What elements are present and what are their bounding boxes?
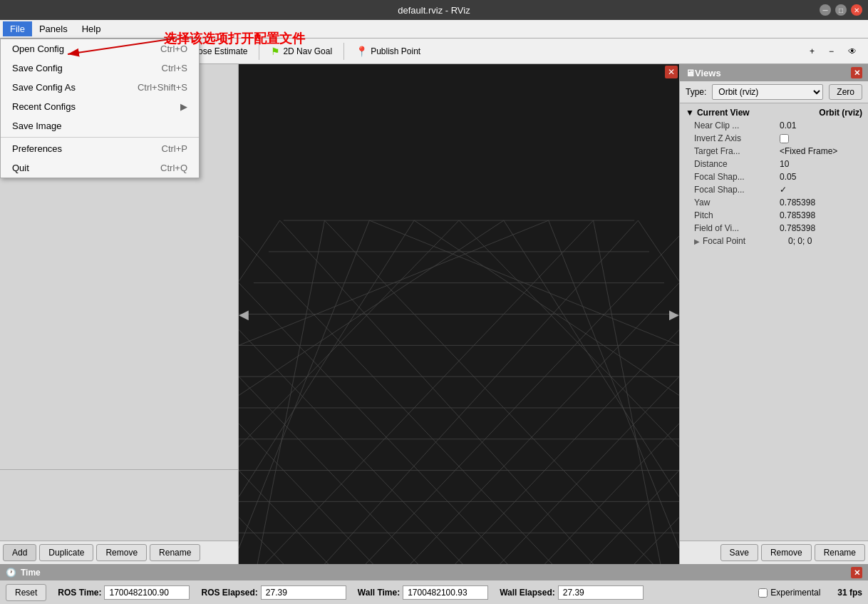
cv-row-pitch: Pitch 0.785398 <box>683 209 865 222</box>
menu-file[interactable]: File <box>3 21 32 36</box>
wall-time-label: Wall Time: <box>358 588 400 598</box>
menu-quit[interactable]: Quit Ctrl+Q <box>1 158 199 178</box>
wall-elapsed-value: 27.39 <box>558 585 644 600</box>
ros-time-value: 1700482100.90 <box>104 585 190 600</box>
cv-row-focal-shap2: Focal Shap... ✓ <box>683 183 865 196</box>
menu-preferences[interactable]: Preferences Ctrl+P <box>1 139 199 158</box>
menu-save-config[interactable]: Save Config Ctrl+S <box>1 58 199 78</box>
quit-shortcut: Ctrl+Q <box>160 163 187 173</box>
views-save-button[interactable]: Save <box>720 544 758 561</box>
views-type-label: Type: <box>686 87 706 97</box>
views-remove-button[interactable]: Remove <box>761 544 812 561</box>
rename-display-button[interactable]: Rename <box>150 544 200 561</box>
focal-shap1-value: 0.05 <box>780 172 796 182</box>
right-panel: 🖥 Views ✕ Type: Orbit (rviz) Zero ▼ Curr… <box>679 64 868 564</box>
ros-time-label: ROS Time: <box>58 588 101 598</box>
menubar: File Panels Help <box>0 20 868 39</box>
focal-shap1-label: Focal Shap... <box>694 172 780 182</box>
target-frame-label: Target Fra... <box>694 146 780 156</box>
reset-button[interactable]: Reset <box>6 584 46 601</box>
fps-display: 31 fps <box>837 588 862 598</box>
invert-z-label: Invert Z Axis <box>694 133 780 143</box>
menu-help[interactable]: Help <box>75 21 108 36</box>
cv-row-fov: Field of Vi... 0.785398 <box>683 222 865 235</box>
save-config-as-shortcut: Ctrl+Shift+S <box>138 82 187 93</box>
toolbar-nav-goal[interactable]: ⚑ 2D Nav Goal <box>265 43 338 59</box>
nav-goal-label: 2D Nav Goal <box>283 46 332 56</box>
near-clip-value: 0.01 <box>780 121 796 130</box>
toolbar-publish-point[interactable]: 📍 Publish Point <box>350 43 426 59</box>
recent-configs-arrow: ▶ <box>180 101 187 112</box>
wall-time-value: 1700482100.93 <box>403 585 488 600</box>
menu-recent-configs[interactable]: Recent Configs ▶ <box>1 97 199 116</box>
menu-open-config[interactable]: Open Config Ctrl+O <box>1 39 199 58</box>
remove-display-button[interactable]: Remove <box>96 544 147 561</box>
left-bottom-panel <box>0 469 238 541</box>
plus-icon: + <box>810 46 815 56</box>
displays-buttons: Add Duplicate Remove Rename <box>0 541 238 564</box>
minimize-button[interactable]: ─ <box>820 4 831 16</box>
toolbar-sep-3 <box>259 43 259 60</box>
cv-row-yaw: Yaw 0.785398 <box>683 196 865 209</box>
bottom-bar: 🕐 Time ✕ Reset ROS Time: 1700482100.90 R… <box>0 564 868 604</box>
toolbar-view-btn[interactable]: 👁 <box>842 44 862 58</box>
experimental-checkbox-row: Experimental <box>758 588 820 598</box>
views-close-button[interactable]: ✕ <box>851 67 862 78</box>
clock-icon: 🕐 <box>6 568 16 578</box>
open-config-label: Open Config <box>12 43 64 54</box>
viewport-nav-right[interactable]: ▶ <box>669 307 679 322</box>
restore-button[interactable]: □ <box>835 4 847 16</box>
close-button[interactable]: ✕ <box>851 4 862 16</box>
wall-elapsed-label: Wall Elapsed: <box>500 588 555 598</box>
views-rename-button[interactable]: Rename <box>815 544 865 561</box>
file-dropdown: Open Config Ctrl+O Save Config Ctrl+S Sa… <box>0 39 200 178</box>
menu-save-config-as[interactable]: Save Config As Ctrl+Shift+S <box>1 78 199 97</box>
menu-save-image[interactable]: Save Image <box>1 116 199 135</box>
toolbar-sep-4 <box>343 43 344 60</box>
time-header: 🕐 Time ✕ <box>0 565 868 580</box>
target-frame-value: <Fixed Frame> <box>780 146 837 156</box>
ros-elapsed-field: ROS Elapsed: 27.39 <box>201 585 346 600</box>
viewport-nav-left[interactable]: ◀ <box>239 307 249 322</box>
views-type-row: Type: Orbit (rviz) Zero <box>680 81 868 103</box>
cv-row-focal-point: ▶ Focal Point 0; 0; 0 <box>683 235 865 247</box>
distance-label: Distance <box>694 159 780 169</box>
minus-icon: − <box>829 46 834 56</box>
experimental-label: Experimental <box>770 588 820 598</box>
cv-row-invert-z: Invert Z Axis <box>683 132 865 145</box>
eye-icon: 👁 <box>848 46 857 56</box>
views-icon: 🖥 <box>686 68 695 78</box>
focal-point-expand[interactable]: ▶ <box>694 237 700 245</box>
ros-elapsed-label: ROS Elapsed: <box>201 588 257 598</box>
views-buttons: Save Remove Rename <box>680 541 868 564</box>
current-view-label: Current View <box>697 108 750 118</box>
publish-point-icon: 📍 <box>356 46 368 57</box>
time-close-button[interactable]: ✕ <box>851 567 862 578</box>
viewport[interactable]: ✕ ◀ ▶ <box>239 64 679 564</box>
3d-viewport-grid <box>239 64 679 564</box>
menu-separator <box>1 137 199 138</box>
toolbar-remove-btn[interactable]: − <box>823 44 839 58</box>
current-view-header: ▼ Current View Orbit (rviz) <box>683 106 865 119</box>
duplicate-display-button[interactable]: Duplicate <box>39 544 93 561</box>
current-view-section: ▼ Current View Orbit (rviz) Near Clip ..… <box>680 103 868 541</box>
quit-label: Quit <box>12 163 29 173</box>
add-display-button[interactable]: Add <box>3 544 36 561</box>
invert-z-checkbox[interactable] <box>780 134 789 143</box>
ros-time-field: ROS Time: 1700482100.90 <box>58 585 190 600</box>
experimental-checkbox[interactable] <box>758 588 768 598</box>
views-zero-button[interactable]: Zero <box>829 84 862 100</box>
toolbar-add-btn[interactable]: + <box>804 44 820 58</box>
recent-configs-label: Recent Configs <box>12 101 76 112</box>
ros-elapsed-value: 27.39 <box>261 585 346 600</box>
pitch-value: 0.785398 <box>780 210 815 220</box>
focal-point-label: Focal Point <box>703 236 788 246</box>
viewport-close-button[interactable]: ✕ <box>665 66 678 78</box>
save-config-label: Save Config <box>12 63 63 73</box>
publish-point-label: Publish Point <box>371 46 420 56</box>
focal-shap2-value: ✓ <box>780 185 787 195</box>
focal-point-value: 0; 0; 0 <box>788 236 812 246</box>
views-type-select[interactable]: Orbit (rviz) <box>712 84 823 100</box>
yaw-value: 0.785398 <box>780 198 815 208</box>
menu-panels[interactable]: Panels <box>32 21 75 36</box>
